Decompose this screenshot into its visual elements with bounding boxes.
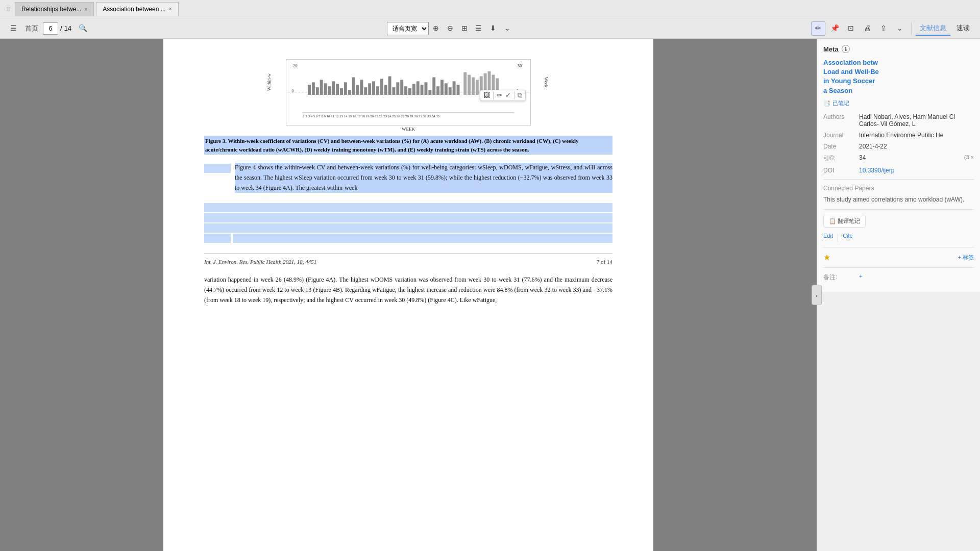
img-copy-button[interactable]: ⧉ [518, 91, 522, 99]
svg-rect-15 [348, 90, 351, 95]
page-total: 14 [64, 24, 71, 32]
svg-rect-46 [476, 80, 479, 95]
tab-association-close[interactable]: × [169, 6, 172, 12]
zoom-out-button[interactable]: ⊖ [443, 21, 457, 36]
svg-rect-37 [436, 86, 439, 95]
hamburger-menu-button[interactable]: ≡ [4, 4, 13, 15]
svg-rect-8 [320, 80, 323, 95]
figure3-chart-container: Within-w -20 0 -50 0 [204, 59, 612, 132]
translate-notes-button[interactable]: 📋 翻译笔记 [823, 215, 866, 228]
svg-rect-14 [344, 82, 347, 95]
meta-citations-row: 引©: 34 (3 × [823, 154, 974, 163]
svg-rect-24 [384, 85, 387, 95]
paragraph2: variation happened in week 26 (48.9%) (F… [204, 275, 612, 305]
chart-x-axis-label: WEEK [286, 127, 531, 132]
svg-rect-43 [463, 72, 467, 95]
img-pencil-button[interactable]: ✏ [497, 91, 502, 99]
zoom-in-button[interactable]: ⊕ [429, 21, 443, 36]
print-button[interactable]: 🖨 [860, 21, 874, 36]
layout-button[interactable]: ⊞ [457, 21, 472, 36]
cite-button[interactable]: Cite [843, 233, 853, 242]
tab-relationships-label: Relationships betwe... [21, 6, 81, 13]
search-button[interactable]: 🔍 [76, 21, 90, 36]
svg-rect-17 [356, 85, 359, 95]
svg-rect-23 [380, 79, 383, 95]
download-button[interactable]: ⬇ [486, 21, 500, 36]
crop-button[interactable]: ⊡ [844, 21, 858, 36]
svg-rect-39 [445, 83, 448, 95]
footer-journal: Int. J. Environ. Res. Public Health 2021… [204, 258, 316, 267]
pdf-viewer[interactable]: Within-w -20 0 -50 0 [0, 39, 817, 551]
meta-divider4 [823, 267, 974, 268]
citations-value: 34 [859, 154, 964, 163]
svg-rect-42 [457, 85, 460, 95]
add-comment-button[interactable]: + [859, 273, 862, 282]
svg-rect-16 [352, 77, 355, 94]
sidebar-toggle-button[interactable]: ☰ [6, 21, 20, 36]
svg-rect-25 [388, 76, 391, 94]
share-button[interactable]: ⇪ [876, 21, 891, 36]
svg-rect-11 [332, 81, 335, 95]
annotate-button[interactable]: 📌 [827, 21, 842, 36]
meta-info-icon[interactable]: ℹ [842, 45, 850, 53]
favorite-star-button[interactable]: ★ [823, 253, 830, 262]
svg-rect-35 [428, 90, 431, 95]
tab-association[interactable]: Association between ... × [96, 2, 178, 16]
footer-year-volume: 2021, 18, 4451 [283, 259, 316, 265]
panel-tabs: ✏ 📌 ⊡ 🖨 ⇪ ⌄ 文献信息 速读 [811, 21, 974, 36]
toc-button[interactable]: ☰ [472, 21, 486, 36]
figure-caption: Figure 3. Within-week coefficient of var… [204, 136, 612, 155]
svg-rect-34 [425, 82, 428, 95]
connected-papers-text: This study aimed correlations amo worklo… [823, 195, 974, 204]
svg-rect-28 [400, 80, 403, 95]
svg-rect-41 [453, 81, 456, 95]
svg-text:1 2 3 4 5 6 7 8 9 10 11 12 13 : 1 2 3 4 5 6 7 8 9 10 11 12 13 14 15 16 1… [303, 114, 439, 118]
doi-value[interactable]: 10.3390/ijerp [859, 167, 974, 174]
svg-rect-38 [440, 80, 444, 95]
svg-rect-29 [404, 86, 407, 95]
svg-rect-7 [316, 87, 319, 95]
page-number-input[interactable] [43, 22, 58, 35]
meta-divider [823, 179, 974, 180]
img-bookmark-button[interactable]: 🖼 [483, 91, 490, 99]
date-label: Date [823, 143, 859, 150]
svg-rect-20 [368, 83, 371, 95]
add-tag-button[interactable]: + 标签 [958, 254, 974, 261]
svg-rect-12 [336, 84, 339, 95]
tab-relationships-close[interactable]: × [84, 7, 87, 12]
edit-button[interactable]: Edit [823, 233, 833, 242]
journal-value: Internatio Environme Public He [859, 132, 974, 139]
connected-papers-title: Connected Papers [823, 185, 974, 192]
tab-relationships[interactable]: Relationships betwe... × [15, 2, 94, 16]
fit-mode-select[interactable]: 适合页宽 适合页面 实际大小 [387, 22, 429, 35]
highlight-tool-button[interactable]: ✏ [811, 21, 825, 36]
body-text: Figure 4 shows the within-week CV and be… [204, 163, 612, 305]
tab-sudu[interactable]: 速读 [952, 21, 974, 36]
authors-label: Authors [823, 113, 859, 128]
action-buttons: 📋 翻译笔记 [823, 215, 974, 228]
right-panel: Meta ℹ Association betw Load and Well-Be… [817, 39, 980, 292]
tab-wenxian-info[interactable]: 文献信息 [916, 21, 950, 36]
svg-rect-18 [360, 80, 363, 95]
svg-rect-36 [432, 77, 435, 94]
img-check-button[interactable]: ✓ [505, 91, 511, 99]
footer-page-number: 7 of 14 [597, 258, 612, 267]
svg-rect-27 [396, 82, 399, 95]
meta-authors-row: Authors Hadi Nobari, Alves, Ham Manuel C… [823, 113, 974, 128]
image-toolbar: 🖼 ✏ ✓ ⧉ [480, 90, 526, 101]
svg-rect-10 [328, 86, 331, 95]
home-button[interactable]: 首页 [24, 21, 39, 36]
edit-cite-row: Edit | Cite [823, 233, 974, 242]
right-panel-wrapper: › Meta ℹ Association betw Load and Well-… [817, 39, 980, 551]
toolbar-left: ≡ Relationships betwe... × Association b… [4, 2, 179, 16]
more-button[interactable]: ⌄ [500, 21, 514, 36]
svg-rect-5 [308, 85, 311, 95]
svg-rect-9 [324, 83, 327, 95]
main-toolbar: ≡ Relationships betwe... × Association b… [0, 0, 980, 18]
paragraph1: Figure 4 shows the within-week CV and be… [235, 163, 612, 193]
bookmark-button[interactable]: 📑 已笔记 [823, 99, 974, 107]
more2-button[interactable]: ⌄ [893, 21, 907, 36]
panel-collapse-button[interactable]: › [812, 285, 822, 305]
svg-rect-45 [472, 77, 475, 94]
svg-rect-22 [376, 86, 379, 95]
